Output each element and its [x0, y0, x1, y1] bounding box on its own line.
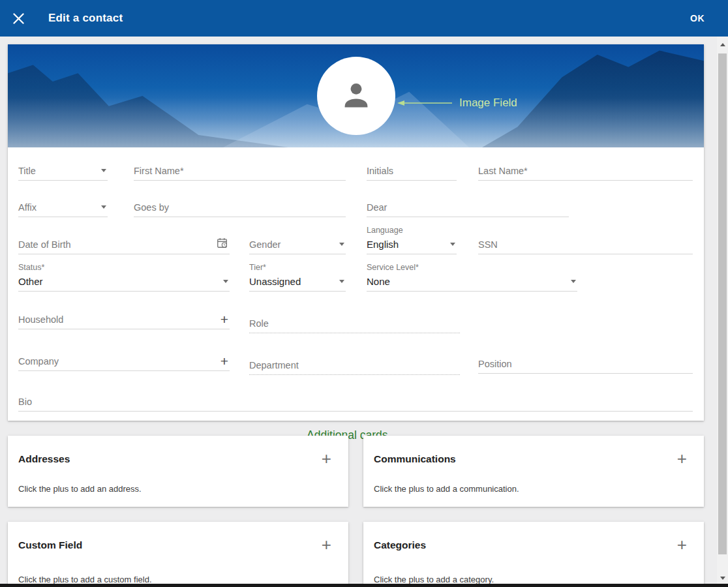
affix-select[interactable]: Affix — [18, 198, 108, 217]
card-hint: Click the plus to add a custom field. — [18, 575, 152, 584]
add-address-icon[interactable]: + — [322, 450, 331, 467]
dialog-header: Edit a contact OK — [0, 0, 728, 37]
tier-select[interactable]: Tier* Unassigned — [249, 263, 346, 292]
first-name-placeholder: First Name* — [134, 166, 184, 176]
service-level-label: Service Level* — [367, 263, 419, 272]
contact-form-card: Image Field Title First Name* Initials L… — [8, 44, 704, 421]
chevron-down-icon — [101, 169, 106, 172]
gender-label: Gender — [249, 239, 281, 250]
custom-field-card: Custom Field + Click the plus to add a c… — [8, 522, 348, 587]
close-icon — [13, 13, 24, 24]
tier-value: Unassigned — [249, 276, 301, 287]
department-placeholder: Department — [249, 360, 299, 370]
status-value: Other — [18, 276, 43, 287]
chevron-down-icon — [450, 243, 455, 246]
status-label: Status* — [18, 263, 44, 272]
bio-placeholder: Bio — [18, 397, 32, 407]
contact-form: Title First Name* Initials Last Name* Af… — [8, 147, 704, 421]
add-category-icon[interactable]: + — [677, 536, 687, 553]
date-of-birth-field[interactable]: Date of Birth — [18, 235, 230, 254]
goes-by-placeholder: Goes by — [134, 202, 169, 213]
window-bottom-edge — [0, 584, 728, 587]
card-title: Categories — [374, 539, 426, 551]
close-button[interactable] — [0, 0, 37, 37]
bio-field[interactable]: Bio — [18, 392, 693, 412]
card-title: Custom Field — [18, 539, 82, 551]
categories-card: Categories + Click the plus to add a cat… — [363, 522, 704, 587]
language-select[interactable]: Language English — [367, 226, 457, 254]
chevron-down-icon — [101, 205, 106, 209]
ok-button[interactable]: OK — [682, 0, 712, 37]
card-hint: Click the plus to add a communication. — [374, 484, 519, 494]
scroll-up-button[interactable] — [717, 38, 728, 51]
add-household-icon[interactable]: + — [220, 312, 228, 326]
initials-placeholder: Initials — [367, 166, 393, 176]
title-select[interactable]: Title — [18, 161, 108, 181]
ssn-placeholder: SSN — [478, 239, 498, 250]
dialog-title: Edit a contact — [48, 12, 123, 25]
first-name-field[interactable]: First Name* — [134, 161, 346, 181]
card-hint: Click the plus to add an address. — [18, 484, 142, 494]
annotation-arrow-icon — [396, 99, 453, 107]
contact-image-field[interactable] — [317, 57, 395, 135]
chevron-down-icon — [571, 280, 576, 283]
affix-label: Affix — [18, 202, 37, 213]
dear-placeholder: Dear — [367, 202, 387, 213]
add-company-icon[interactable]: + — [220, 354, 228, 368]
household-field[interactable]: Household + — [18, 310, 230, 329]
last-name-field[interactable]: Last Name* — [478, 161, 693, 181]
goes-by-field[interactable]: Goes by — [134, 198, 346, 217]
card-hint: Click the plus to add a category. — [374, 575, 494, 584]
last-name-placeholder: Last Name* — [478, 166, 528, 176]
household-placeholder: Household — [18, 314, 63, 325]
tier-label: Tier* — [249, 263, 266, 272]
title-label: Title — [18, 166, 36, 176]
date-of-birth-placeholder: Date of Birth — [18, 239, 71, 250]
addresses-card: Addresses + Click the plus to add an add… — [8, 436, 348, 507]
position-placeholder: Position — [478, 359, 512, 369]
add-custom-field-icon[interactable]: + — [322, 536, 331, 553]
dear-field[interactable]: Dear — [367, 198, 569, 217]
gender-select[interactable]: Gender — [249, 235, 346, 254]
chevron-down-icon — [339, 280, 344, 283]
add-communication-icon[interactable]: + — [677, 450, 687, 467]
card-title: Addresses — [18, 453, 70, 465]
language-value: English — [367, 239, 399, 250]
image-field-annotation-text: Image Field — [459, 97, 517, 110]
role-field: Role — [249, 314, 460, 333]
position-field[interactable]: Position — [478, 354, 693, 374]
language-label: Language — [367, 226, 403, 235]
edit-contact-dialog: Edit a contact OK Image Field — [0, 0, 728, 587]
scrollbar-thumb[interactable] — [718, 53, 727, 554]
scroll-up-icon — [720, 43, 725, 46]
department-field: Department — [249, 355, 460, 375]
scroll-down-icon — [720, 577, 725, 580]
communications-card: Communications + Click the plus to add a… — [363, 436, 704, 507]
chevron-down-icon — [223, 280, 228, 283]
service-level-select[interactable]: Service Level* None — [367, 263, 577, 292]
image-field-annotation: Image Field — [396, 97, 517, 110]
scroll-down-button[interactable] — [717, 571, 728, 584]
company-placeholder: Company — [18, 356, 59, 367]
company-field[interactable]: Company + — [18, 352, 230, 371]
calendar-clock-icon[interactable] — [216, 237, 228, 252]
card-title: Communications — [374, 453, 456, 465]
role-placeholder: Role — [249, 318, 269, 329]
initials-field[interactable]: Initials — [367, 161, 457, 181]
vertical-scrollbar[interactable] — [717, 37, 728, 587]
ssn-field[interactable]: SSN — [478, 235, 693, 254]
status-select[interactable]: Status* Other — [18, 263, 230, 292]
chevron-down-icon — [339, 243, 344, 246]
person-icon — [337, 77, 375, 115]
service-level-value: None — [367, 276, 390, 287]
